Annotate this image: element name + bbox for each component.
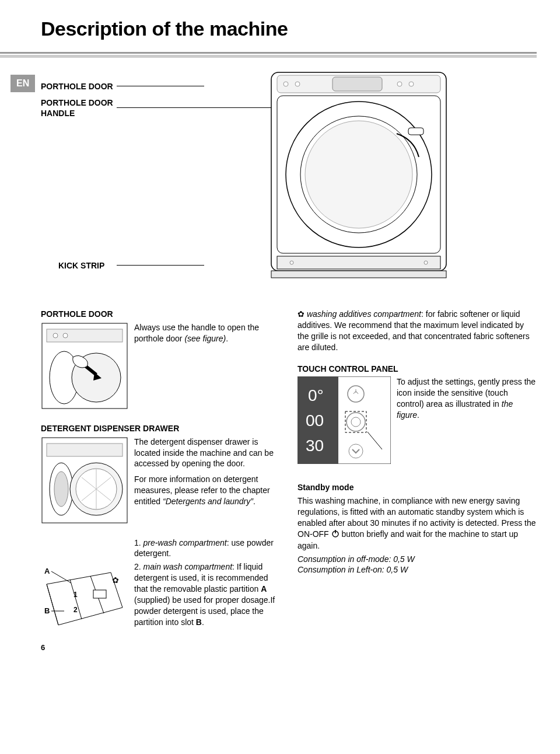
machine-diagram: PORTHOLE DOOR PORTHOLE DOOR HANDLE KICK …: [41, 69, 537, 291]
touch-panel-illustration: 0° 00 30: [298, 376, 391, 467]
svg-point-7: [409, 82, 414, 86]
svg-rect-3: [332, 77, 382, 91]
page-title: Description of the machine: [41, 18, 537, 40]
heading-standby-mode: Standby mode: [298, 482, 537, 493]
svg-text:30: 30: [306, 437, 324, 455]
svg-text:0°: 0°: [308, 386, 324, 404]
additives-text: ✿ washing additives compartment: for fab…: [298, 309, 537, 353]
svg-rect-1: [271, 271, 446, 278]
svg-point-11: [305, 121, 412, 228]
svg-rect-13: [277, 256, 440, 269]
drawer-compartments-text: 1. pre-wash compartment: use powder dete…: [134, 537, 280, 634]
svg-text:A: A: [44, 567, 50, 575]
svg-point-44: [346, 413, 365, 431]
svg-point-4: [284, 82, 288, 86]
consumption-lefton: Consumption in Left-on: 0,5 W: [298, 564, 537, 575]
porthole-open-illustration: [41, 322, 128, 413]
svg-text:✿: ✿: [112, 575, 119, 585]
left-column: PORTHOLE DOOR: [41, 309, 280, 644]
svg-text:1: 1: [74, 591, 78, 599]
svg-point-46: [349, 444, 363, 458]
drawer-intro-text: The detergent dispenser drawer is locate…: [134, 437, 280, 527]
svg-text:00: 00: [306, 411, 324, 430]
svg-point-26: [54, 472, 68, 507]
svg-point-6: [397, 82, 402, 86]
flower-icon: ✿: [298, 309, 307, 319]
language-badge: EN: [10, 75, 35, 92]
heading-touch-control-panel: TOUCH CONTROL PANEL: [298, 364, 537, 375]
right-column: ✿ washing additives compartment: for fab…: [298, 309, 537, 644]
porthole-door-text: Always use the handle to open the portho…: [134, 322, 280, 413]
consumption-off: Consumption in off-mode: 0,5 W: [298, 554, 537, 565]
touch-panel-text: To adjust the settings, gently press the…: [397, 376, 537, 421]
svg-rect-30: [93, 590, 106, 598]
svg-rect-24: [47, 444, 123, 456]
svg-point-18: [53, 333, 58, 338]
label-kick-strip: KICK STRIP: [58, 260, 104, 271]
standby-text: This washing machine, in compliance with…: [298, 495, 537, 551]
svg-point-15: [424, 261, 428, 264]
svg-point-19: [63, 333, 68, 338]
svg-point-5: [295, 82, 300, 86]
svg-text:B: B: [44, 606, 50, 615]
drawer-location-illustration: [41, 437, 128, 527]
washing-machine-illustration: [268, 69, 449, 282]
label-porthole-door-handle: PORTHOLE DOOR HANDLE: [41, 97, 113, 118]
svg-text:2: 2: [74, 606, 78, 614]
page-number: 6: [41, 643, 45, 652]
heading-detergent-dispenser: DETERGENT DISPENSER DRAWER: [41, 423, 280, 434]
label-porthole-door: PORTHOLE DOOR: [41, 81, 113, 92]
svg-point-14: [290, 261, 293, 264]
title-rule: [0, 52, 537, 58]
drawer-compartments-illustration: 1 2 A B ✿: [41, 537, 128, 634]
svg-rect-12: [408, 128, 424, 135]
svg-point-43: [348, 386, 364, 402]
power-icon: [331, 529, 340, 540]
heading-porthole-door: PORTHOLE DOOR: [41, 309, 280, 320]
